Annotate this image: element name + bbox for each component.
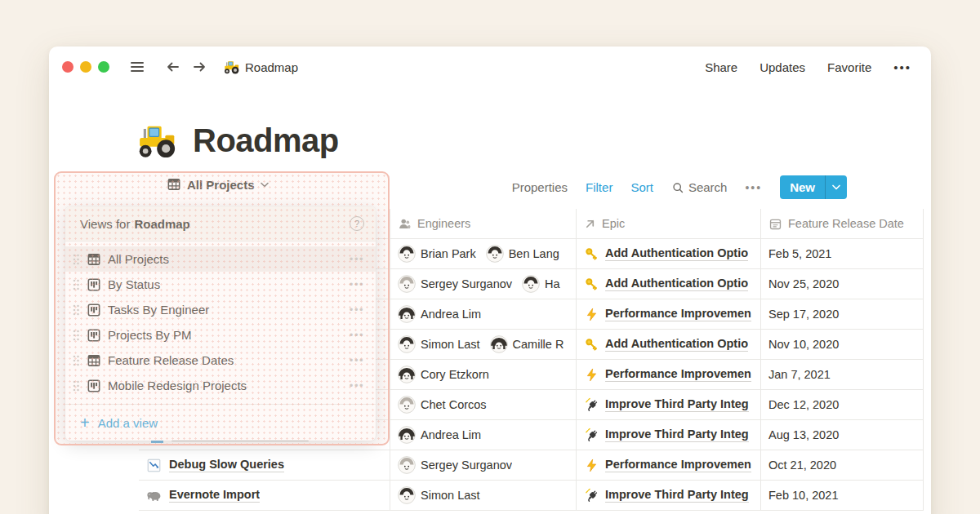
help-icon[interactable]: ? [350,216,364,231]
search-button[interactable]: Search [671,180,728,194]
drag-handle-icon[interactable] [72,253,80,266]
engineers-cell[interactable]: Cory Etzkorn [390,360,576,389]
engineer-chip[interactable]: Camille R [490,335,564,353]
view-item-more-button[interactable]: ••• [350,329,364,341]
breadcrumb-page-title[interactable]: Roadmap [245,60,298,74]
epic-link[interactable]: Improve Third Party Integ [605,397,749,412]
epic-cell[interactable]: Performance Improvemen [576,360,760,389]
engineer-chip[interactable]: Ha [522,275,560,293]
date-column-header[interactable]: Feature Release Date [760,209,924,238]
filter-button[interactable]: Filter [586,180,612,194]
view-item-projects-by-pm[interactable]: Projects By PM ••• [65,322,376,348]
epic-link[interactable]: Add Authentication Optio [605,337,748,352]
engineers-cell[interactable]: Sergey Surganov [390,450,576,480]
avatar [490,335,508,353]
view-item-more-button[interactable]: ••• [350,354,364,366]
epic-cell[interactable]: Improve Third Party Integ [576,390,760,419]
person-icon [398,217,412,231]
sidebar-menu-icon[interactable] [127,57,147,77]
view-item-more-button[interactable]: ••• [350,253,364,265]
epic-link[interactable]: Improve Third Party Integ [605,428,749,442]
epic-link[interactable]: Performance Improvemen [605,307,751,321]
epic-cell[interactable]: Performance Improvemen [576,299,760,329]
toolbar-more-button[interactable]: ••• [745,181,762,194]
drag-handle-icon[interactable] [72,354,80,367]
properties-button[interactable]: Properties [512,180,568,194]
engineers-cell[interactable]: Andrea Lim [390,299,576,329]
engineer-chip[interactable]: Cory Etzkorn [398,366,489,383]
view-item-label: Projects By PM [108,328,343,342]
epic-link[interactable]: Performance Improvemen [605,367,751,382]
engineer-chip[interactable]: Ben Lang [486,245,559,263]
view-item-more-button[interactable]: ••• [350,379,364,392]
minimize-window-button[interactable] [80,61,91,73]
favorite-button[interactable]: Favorite [827,60,871,74]
new-button[interactable]: New [780,175,847,199]
epic-link[interactable]: Improve Third Party Integ [605,488,749,503]
date-cell[interactable]: Nov 10, 2020 [760,330,924,359]
epic-cell[interactable]: Add Authentication Optio [576,330,760,359]
epic-link[interactable]: Add Authentication Optio [605,246,748,261]
page-link[interactable]: Evernote Import [146,488,260,503]
engineer-chip[interactable]: Andrea Lim [398,305,481,323]
updates-button[interactable]: Updates [760,60,805,74]
close-window-button[interactable] [62,61,74,73]
view-item-by-status[interactable]: By Status ••• [65,272,376,297]
date-cell[interactable]: Feb 5, 2021 [760,239,924,268]
drag-handle-icon[interactable] [72,304,80,317]
drag-handle-icon[interactable] [72,329,80,342]
engineer-chip[interactable]: Chet Corcos [398,396,487,414]
zoom-window-button[interactable] [98,61,109,73]
sort-button[interactable]: Sort [630,180,653,194]
engineer-chip[interactable]: Sergey Surganov [398,456,512,474]
epic-cell[interactable]: Add Authentication Optio [576,269,760,299]
task-name-cell[interactable]: Debug Slow Queries [139,450,390,480]
view-selector-button[interactable]: All Projects [167,177,269,192]
engineer-chip[interactable]: Brian Park [398,245,476,263]
epic-link[interactable]: Add Authentication Optio [605,277,748,291]
view-item-mobile-redesign-projects[interactable]: Mobile Redesign Projects ••• [65,373,376,398]
date-cell[interactable]: Sep 17, 2020 [760,299,924,329]
engineer-name: Sergey Surganov [421,277,512,290]
epic-column-header[interactable]: Epic [576,209,760,238]
engineers-cell[interactable]: Chet Corcos [390,390,576,419]
forward-button[interactable] [189,57,209,77]
engineers-cell[interactable]: Brian ParkBen Lang [390,239,576,268]
share-button[interactable]: Share [705,60,737,74]
back-button[interactable] [163,57,183,77]
date-cell[interactable]: Dec 12, 2020 [760,390,924,419]
epic-cell[interactable]: Performance Improvemen [576,450,760,480]
view-item-more-button[interactable]: ••• [350,304,364,316]
date-cell[interactable]: Aug 13, 2020 [760,420,924,450]
date-cell[interactable]: Nov 25, 2020 [760,269,924,299]
engineers-cell[interactable]: Simon Last [390,481,576,510]
engineers-cell[interactable]: Sergey SurganovHa [390,269,576,299]
page-link[interactable]: Debug Slow Queries [146,458,284,473]
epic-cell[interactable]: Improve Third Party Integ [576,481,760,510]
view-item-label: All Projects [108,252,343,266]
view-item-more-button[interactable]: ••• [350,278,364,290]
engineer-chip[interactable]: Sergey Surganov [398,275,512,293]
add-view-button[interactable]: + Add a view [65,405,376,441]
engineer-chip[interactable]: Simon Last [398,486,480,504]
date-cell[interactable]: Feb 10, 2021 [760,481,924,510]
epic-link[interactable]: Performance Improvemen [605,458,751,472]
drag-handle-icon[interactable] [72,278,80,291]
task-name-cell[interactable]: Evernote Import [139,481,390,510]
engineer-chip[interactable]: Andrea Lim [398,426,481,444]
engineer-chip[interactable]: Simon Last [398,335,480,353]
engineers-column-header[interactable]: Engineers [390,209,576,238]
key-icon [584,246,599,262]
engineers-cell[interactable]: Andrea Lim [390,420,576,450]
epic-cell[interactable]: Improve Third Party Integ [576,420,760,450]
drag-handle-icon[interactable] [72,379,80,392]
epic-cell[interactable]: Add Authentication Optio [576,239,760,268]
topbar-more-button[interactable]: ••• [893,60,911,74]
view-item-tasks-by-engineer[interactable]: Tasks By Engineer ••• [65,297,376,322]
new-dropdown-button[interactable] [826,175,847,199]
engineers-cell[interactable]: Simon LastCamille R [390,330,576,359]
date-cell[interactable]: Jan 7, 2021 [760,360,924,389]
view-item-all-projects[interactable]: All Projects ••• [65,246,376,272]
view-item-feature-release-dates[interactable]: Feature Release Dates ••• [65,348,376,373]
date-cell[interactable]: Oct 21, 2020 [760,450,924,480]
